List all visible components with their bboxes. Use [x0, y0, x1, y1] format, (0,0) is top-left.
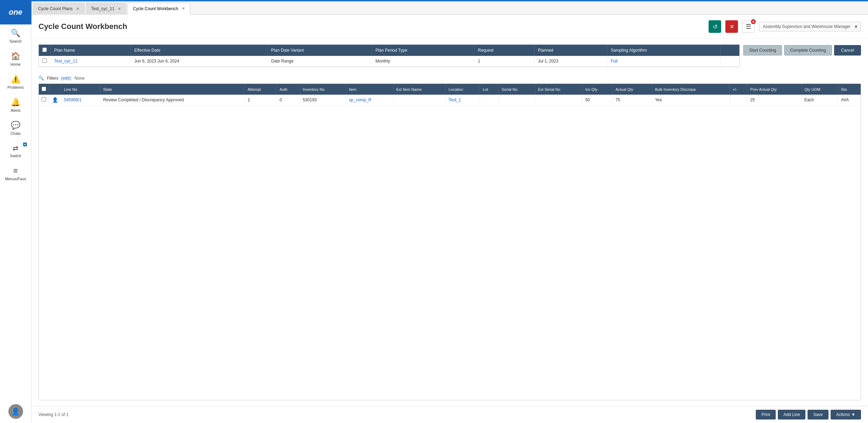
- plan-name-link[interactable]: Test_cyc_11: [54, 59, 78, 64]
- sidebar-item-problems[interactable]: ⚠️ Problems: [0, 71, 31, 94]
- tab-cycle-count-workbench[interactable]: Cycle Count Workbench ✕: [128, 3, 190, 15]
- complete-counting-button[interactable]: Complete Counting: [784, 45, 832, 56]
- bottom-actions: Print Add Line Save Actions ▼: [756, 410, 861, 420]
- plan-table-wrap: Plan Name Effective Date Plan Date Varia…: [38, 44, 740, 67]
- detail-row-sta: AVA: [838, 95, 861, 105]
- detail-header-plus-minus: +/-: [730, 84, 747, 95]
- menu-icon: ≡: [13, 166, 18, 175]
- plan-table: Plan Name Effective Date Plan Date Varia…: [39, 45, 739, 67]
- filters-edit-link[interactable]: (edit):: [61, 76, 72, 81]
- detail-header-line-no: Line No: [61, 84, 100, 95]
- close-button[interactable]: ✕: [725, 20, 738, 33]
- detail-row-actual-qty: 75: [612, 95, 652, 105]
- actions-button[interactable]: Actions ▼: [831, 410, 861, 420]
- line-no-link[interactable]: 545959/1: [64, 97, 81, 102]
- detail-header-bulk-inventory: Bulk Inventory Discrepa: [652, 84, 730, 95]
- detail-row-ext-item-name: [393, 95, 446, 105]
- plan-row-plan-name: Test_cyc_11: [51, 56, 131, 67]
- sidebar-item-search[interactable]: 🔍 Search: [0, 24, 31, 48]
- plan-header-plan-name: Plan Name: [51, 45, 131, 56]
- print-button[interactable]: Print: [756, 410, 776, 420]
- detail-row-bulk-inventory: Yes: [652, 95, 730, 105]
- viewing-info: Viewing 1-1 of 1: [38, 412, 69, 417]
- plan-table-row: Test_cyc_11 Jun 6, 2023 Jun 6, 2024 Date…: [39, 56, 739, 67]
- home-icon: 🏠: [11, 52, 20, 61]
- detail-row-state: Review Completed / Discrepancy Approved: [100, 95, 244, 105]
- tab-close-cycle-count-plans[interactable]: ✕: [76, 7, 79, 11]
- search-icon: 🔍: [11, 29, 20, 38]
- sidebar-item-alerts[interactable]: 🔔 Alerts: [0, 94, 31, 117]
- chat-icon: 💬: [11, 121, 20, 130]
- bell-icon: 🔔: [11, 98, 20, 107]
- plan-select-all-checkbox[interactable]: [42, 48, 47, 52]
- detail-header-location: Location: [446, 84, 480, 95]
- menu-button[interactable]: ☰ ★: [742, 20, 755, 33]
- filters-label: Filters: [47, 76, 58, 81]
- detail-select-all-checkbox[interactable]: [42, 87, 46, 91]
- plan-header-plan-period-type: Plan Period Type: [372, 45, 474, 56]
- role-selector-wrap: Assembly Supervisor and Warehouse Manage…: [759, 22, 861, 31]
- item-link[interactable]: sp_comp_R: [349, 97, 371, 102]
- avatar[interactable]: 👤: [8, 404, 23, 419]
- tab-close-test-cyc-11[interactable]: ✕: [118, 7, 121, 11]
- plan-row-checkbox-input[interactable]: [42, 58, 47, 63]
- sidebar-item-home[interactable]: 🏠 Home: [0, 48, 31, 71]
- plan-header-actions: [721, 45, 740, 56]
- detail-header-sta: Sta: [838, 84, 861, 95]
- filter-icon: 🔍: [38, 75, 44, 81]
- detail-row-item: sp_comp_R: [346, 95, 393, 105]
- tab-cycle-count-plans[interactable]: Cycle Count Plans ✕: [33, 3, 85, 15]
- detail-header-inv-qty: Inv Qty: [582, 84, 612, 95]
- location-link[interactable]: Test_1: [449, 97, 461, 102]
- page-title: Cycle Count Workbench: [38, 22, 704, 31]
- sidebar-item-chats[interactable]: 💬 Chats: [0, 117, 31, 140]
- detail-header-attempt: Attempt: [245, 84, 277, 95]
- detail-table-wrap[interactable]: Line No State Attempt Auth Inventory No …: [38, 83, 861, 400]
- plan-row-checkbox: [39, 56, 51, 67]
- plan-row-request: 1: [474, 56, 535, 67]
- start-counting-button[interactable]: Start Counting: [743, 45, 782, 56]
- menu-badge: ★: [751, 19, 756, 24]
- plan-row-effective-date: Jun 6, 2023 Jun 6, 2024: [131, 56, 267, 67]
- save-button[interactable]: Save: [808, 410, 828, 420]
- plan-header-effective-date: Effective Date: [131, 45, 267, 56]
- plan-row-extra: [721, 56, 740, 67]
- avatar-icon: 👤: [11, 407, 20, 416]
- detail-row-plus-minus: [730, 95, 747, 105]
- plan-row-plan-date-variant: Date Range: [267, 56, 372, 67]
- detail-row-location: Test_1: [446, 95, 480, 105]
- tab-bar: Cycle Count Plans ✕ Test_cyc_11 ✕ Cycle …: [31, 1, 868, 15]
- detail-row-checkbox-input[interactable]: [42, 97, 46, 102]
- plan-row-planned: Jul 1, 2023: [534, 56, 607, 67]
- page-content: Cycle Count Workbench ↺ ✕ ☰ ★ Assembly S…: [31, 15, 868, 423]
- detail-header-checkbox: [39, 84, 49, 95]
- detail-row-attempt: 1: [245, 95, 277, 105]
- detail-header-actual-qty: Actual Qty: [612, 84, 652, 95]
- filters-value: None: [74, 76, 85, 81]
- sidebar-item-menus[interactable]: ≡ Menus/Favs: [0, 162, 31, 185]
- detail-header-ext-item-name: Ext Item Name: [393, 84, 446, 95]
- plan-table-container: Plan Name Effective Date Plan Date Varia…: [38, 44, 740, 71]
- add-line-button[interactable]: Add Line: [778, 410, 805, 420]
- page-header: Cycle Count Workbench ↺ ✕ ☰ ★ Assembly S…: [31, 15, 868, 39]
- plan-header-request: Request: [474, 45, 535, 56]
- role-selector[interactable]: Assembly Supervisor and Warehouse Manage…: [759, 22, 861, 31]
- detail-row-prev-actual-qty: 25: [747, 95, 802, 105]
- plan-header-sampling-algorithm: Sampling Algorithm: [607, 45, 721, 56]
- plan-row-sampling-algorithm: Full: [607, 56, 721, 67]
- detail-row-ext-serial-no: [535, 95, 582, 105]
- sidebar-item-switch[interactable]: ⇄ Switch ⇄: [0, 140, 31, 162]
- detail-row-lot: [480, 95, 498, 105]
- detail-header-item: Item: [346, 84, 393, 95]
- detail-table-row: 👤 545959/1 Review Completed / Discrepanc…: [39, 95, 861, 105]
- app-logo[interactable]: one: [0, 0, 31, 24]
- detail-row-checkbox: [39, 95, 49, 105]
- detail-header-state: State: [100, 84, 244, 95]
- plan-section: Plan Name Effective Date Plan Date Varia…: [38, 44, 861, 71]
- detail-row-line-no: 545959/1: [61, 95, 100, 105]
- cancel-button[interactable]: Cancel: [834, 45, 861, 56]
- tab-test-cyc-11[interactable]: Test_cyc_11 ✕: [86, 3, 127, 15]
- refresh-button[interactable]: ↺: [709, 20, 721, 33]
- tab-close-cycle-count-workbench[interactable]: ✕: [182, 6, 185, 11]
- detail-row-inventory-no: 530193: [300, 95, 346, 105]
